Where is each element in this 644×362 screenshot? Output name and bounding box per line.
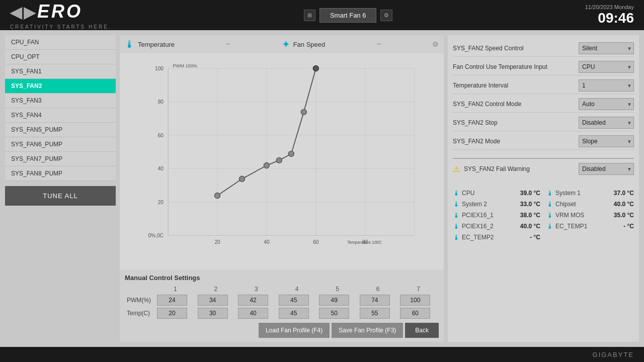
fan-stop-label: SYS_FAN2 Stop bbox=[453, 119, 498, 126]
svg-text:60: 60 bbox=[158, 133, 164, 138]
bottom-buttons: Load Fan Profile (F4) Save Fan Profile (… bbox=[125, 320, 439, 338]
control-mode-select-wrapper: Auto Manual ▼ bbox=[579, 98, 634, 110]
fan-mode-row: SYS_FAN2 Mode Slope Staircase ▼ bbox=[453, 133, 634, 150]
fail-warning-select-wrapper: Disabled Enabled ▼ bbox=[579, 163, 634, 175]
back-button[interactable]: Back bbox=[405, 323, 439, 338]
temp-1[interactable] bbox=[157, 308, 187, 319]
temp-system2-icon: 🌡 bbox=[453, 200, 460, 208]
fan-stop-row: SYS_FAN2 Stop Disabled Enabled ▼ bbox=[453, 115, 634, 131]
fan-stop-select[interactable]: Disabled Enabled bbox=[579, 117, 634, 129]
temp-3[interactable] bbox=[238, 308, 268, 319]
temp-ec-temp1-icon: 🌡 bbox=[546, 222, 553, 230]
temp-minus-button[interactable]: − bbox=[226, 40, 230, 49]
temp-pciex16-2-icon: 🌡 bbox=[453, 222, 460, 230]
speed-control-select-wrapper: Silent Normal Performance Full Speed ▼ bbox=[579, 42, 634, 54]
svg-text:20: 20 bbox=[158, 200, 164, 205]
col-6: 6 bbox=[358, 285, 398, 294]
svg-text:0%,0C: 0%,0C bbox=[148, 233, 163, 238]
save-fan-profile-button[interactable]: Save Fan Profile (F3) bbox=[332, 323, 403, 338]
temp-input-select-wrapper: CPU System ▼ bbox=[579, 61, 634, 73]
manual-control-table: 1 2 3 4 5 6 7 PWM(%) bbox=[125, 285, 439, 320]
tune-all-button[interactable]: TUNE ALL bbox=[5, 186, 116, 206]
temp-ec-temp1: 🌡 EC_TEMP1 - °C bbox=[546, 222, 634, 230]
fail-warning-select[interactable]: Disabled Enabled bbox=[579, 163, 634, 175]
tagline: CREATIVITY STARTS HERE. bbox=[10, 24, 112, 30]
left-column: CPU_FAN CPU_OPT SYS_FAN1 SYS_FAN2 SYS_FA… bbox=[5, 35, 116, 342]
col-1: 1 bbox=[155, 285, 196, 294]
temp-chipset-icon: 🌡 bbox=[546, 200, 553, 208]
temp-input-row: Fan Control Use Temperature Input CPU Sy… bbox=[453, 59, 634, 75]
temp-ec-temp2: 🌡 EC_TEMP2 - °C bbox=[453, 233, 540, 241]
temp-6[interactable] bbox=[360, 308, 390, 319]
sidebar-item-sys-fan8-pump[interactable]: SYS_FAN8_PUMP bbox=[5, 166, 116, 181]
warning-icon: ⚠ bbox=[453, 164, 460, 174]
date-display: 11/20/2023 Monday bbox=[585, 4, 634, 10]
col-4: 4 bbox=[277, 285, 317, 294]
col-2: 2 bbox=[196, 285, 236, 294]
fan-curve-chart[interactable]: 100 80 60 40 20 0%,0C 20 40 60 80 Temper… bbox=[120, 53, 444, 270]
fan-icon: ✦ bbox=[282, 38, 290, 50]
sidebar-item-sys-fan3[interactable]: SYS_FAN3 bbox=[5, 94, 116, 108]
pwm-1[interactable] bbox=[157, 295, 187, 306]
temp-input-select[interactable]: CPU System bbox=[579, 61, 634, 73]
temp-readings: 🌡 CPU 39.0 °C 🌡 System 1 37.0 °C 🌡 Syste… bbox=[453, 189, 634, 241]
gear-icon[interactable]: ⚙ bbox=[432, 40, 439, 48]
pwm-7[interactable] bbox=[400, 295, 430, 306]
svg-text:40: 40 bbox=[158, 166, 164, 171]
temp-5[interactable] bbox=[319, 308, 349, 319]
grid-icon[interactable]: ⊞ bbox=[304, 10, 315, 21]
temp-system2: 🌡 System 2 33.0 °C bbox=[453, 200, 540, 208]
pwm-3[interactable] bbox=[238, 295, 268, 306]
point-5 bbox=[288, 151, 294, 156]
temp-7[interactable] bbox=[400, 308, 430, 319]
logo: ◀▶ERO bbox=[10, 1, 112, 22]
point-7 bbox=[313, 66, 318, 71]
svg-text:60: 60 bbox=[313, 239, 319, 245]
temp-input-label: Fan Control Use Temperature Input bbox=[453, 63, 547, 70]
logo-area: ◀▶ERO CREATIVITY STARTS HERE. bbox=[10, 1, 112, 30]
speed-control-label: SYS_FAN2 Speed Control bbox=[453, 45, 524, 52]
load-fan-profile-button[interactable]: Load Fan Profile (F4) bbox=[259, 323, 330, 338]
temp-interval-select[interactable]: 1 2 3 bbox=[579, 79, 634, 92]
pwm-2[interactable] bbox=[198, 295, 228, 306]
control-mode-select[interactable]: Auto Manual bbox=[579, 98, 634, 110]
sidebar-item-sys-fan2[interactable]: SYS_FAN2 bbox=[5, 79, 116, 94]
manual-control-title: Manual Control Settings bbox=[125, 274, 439, 282]
sidebar-item-sys-fan6-pump[interactable]: SYS_FAN6_PUMP bbox=[5, 137, 116, 152]
temp-system1-icon: 🌡 bbox=[546, 189, 553, 197]
sidebar-item-cpu-fan[interactable]: CPU_FAN bbox=[5, 35, 116, 50]
control-mode-label: SYS_FAN2 Control Mode bbox=[453, 101, 521, 108]
temp-pciex16-1: 🌡 PCIEX16_1 38.0 °C bbox=[453, 211, 540, 219]
sidebar-item-sys-fan5-pump[interactable]: SYS_FAN5_PUMP bbox=[5, 123, 116, 137]
fan-mode-label: SYS_FAN2 Mode bbox=[453, 138, 500, 145]
sidebar-item-sys-fan4[interactable]: SYS_FAN4 bbox=[5, 108, 116, 123]
gigabyte-brand: GIGABYTE bbox=[593, 351, 634, 358]
fan-minus-button[interactable]: − bbox=[376, 40, 381, 49]
pwm-label: PWM(%) bbox=[125, 294, 155, 307]
temp-ec-temp2-icon: 🌡 bbox=[453, 233, 460, 241]
point-2 bbox=[239, 176, 245, 182]
smart-fan-label: Smart Fan 6 bbox=[330, 12, 366, 19]
svg-text:PWM 100%: PWM 100% bbox=[173, 63, 197, 68]
temp-4[interactable] bbox=[279, 308, 309, 319]
smart-fan-button[interactable]: Smart Fan 6 bbox=[319, 8, 377, 23]
speed-control-select[interactable]: Silent Normal Performance Full Speed bbox=[579, 42, 634, 54]
temp-cpu: 🌡 CPU 39.0 °C bbox=[453, 189, 540, 197]
sidebar-item-cpu-opt[interactable]: CPU_OPT bbox=[5, 50, 116, 64]
pwm-5[interactable] bbox=[319, 295, 349, 306]
svg-text:20: 20 bbox=[214, 239, 220, 245]
settings-icon[interactable]: ⚙ bbox=[380, 10, 392, 21]
fail-warning-row: ⚠ SYS_FAN2 Fail Warning Disabled Enabled… bbox=[453, 158, 634, 177]
thermometer-icon: 🌡 bbox=[125, 39, 135, 50]
right-panel: SYS_FAN2 Speed Control Silent Normal Per… bbox=[448, 35, 639, 342]
pwm-4[interactable] bbox=[279, 295, 309, 306]
point-3 bbox=[264, 163, 269, 168]
manual-control: Manual Control Settings 1 2 3 4 5 6 7 PW… bbox=[120, 270, 444, 342]
sidebar-item-sys-fan1[interactable]: SYS_FAN1 bbox=[5, 64, 116, 79]
temp-2[interactable] bbox=[198, 308, 228, 319]
fan-mode-select-wrapper: Slope Staircase ▼ bbox=[579, 135, 634, 147]
pwm-6[interactable] bbox=[360, 295, 390, 306]
fan-mode-select[interactable]: Slope Staircase bbox=[579, 135, 634, 147]
sidebar-item-sys-fan7-pump[interactable]: SYS_FAN7_PUMP bbox=[5, 152, 116, 166]
temp-interval-select-wrapper: 1 2 3 ▼ bbox=[579, 79, 634, 92]
